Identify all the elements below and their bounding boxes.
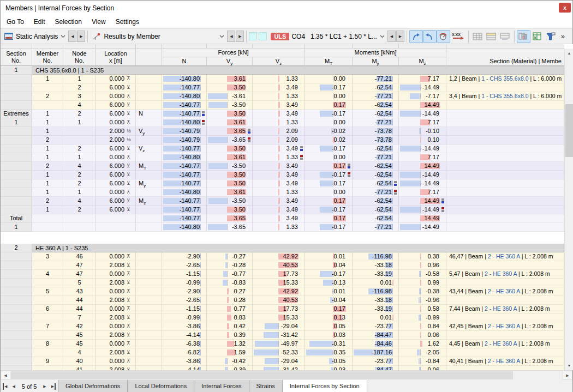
- tab-local-deformations[interactable]: Local Deformations: [127, 380, 194, 392]
- first-table-button[interactable]: ◀: [3, 383, 9, 390]
- scroll-up-icon[interactable]: ▲: [565, 49, 573, 58]
- value-text: -3.86: [162, 357, 206, 365]
- relative-to-system-button[interactable]: [423, 30, 437, 43]
- tab-global-deformations[interactable]: Global Deformations: [58, 380, 128, 392]
- table-row[interactable]: 72.008⊻-0.990.8315.330.130.01-0.99: [1, 313, 564, 322]
- filter-button[interactable]: [544, 30, 558, 43]
- column-header-node[interactable]: NodeNo.: [63, 49, 96, 65]
- horizontal-scroll-thumb[interactable]: [11, 371, 513, 379]
- row-gutter-label: [1, 305, 32, 313]
- table-row[interactable]: 110.000⊼-140.803.611.330.00-77.217.17: [1, 188, 564, 197]
- analysis-prev-button[interactable]: ◀: [68, 31, 76, 42]
- column-header-my[interactable]: My: [353, 57, 399, 66]
- table-row[interactable]: 126.000⊻-140.773.503.49-0.17-62.54-14.49: [1, 206, 564, 214]
- vertical-scroll-thumb[interactable]: [565, 104, 573, 157]
- table-row[interactable]: 6440.000⊼-1.150.7717.730.17-33.190.587,4…: [1, 305, 564, 313]
- table-row[interactable]: 46.000⊻-140.77-3.503.490.17-62.5414.49: [1, 101, 564, 110]
- toolbar-overflow-button[interactable]: »: [561, 32, 565, 40]
- show-diagrams-button[interactable]: [517, 30, 530, 43]
- table-row[interactable]: 246.000⊻MT-140.77-3.503.490.17-62.5414.4…: [1, 162, 564, 171]
- decimal-places-icon: X.XX: [452, 32, 464, 40]
- table-row[interactable]: 1110.000⊼-140.803.611.330.00-77.217.17: [1, 118, 564, 127]
- results-combo[interactable]: I Results by Member: [90, 30, 226, 43]
- table-row[interactable]: 12.000⅓Vy-140.793.652.09-0.02-73.78-0.10: [1, 127, 564, 136]
- column-header-location[interactable]: Locationx [m]: [96, 49, 136, 65]
- export-excel-button[interactable]: X: [530, 30, 544, 43]
- table-row[interactable]: 7420.000⊼-3.860.42-29.040.05-23.770.8442…: [1, 322, 564, 331]
- value-cell-mt: 0.01: [305, 252, 353, 261]
- menu-item-view[interactable]: View: [87, 16, 111, 27]
- table-row[interactable]: 126.000⊻My-140.773.503.49-0.17-62.54-14.…: [1, 179, 564, 188]
- value-cell-vy: -0.83: [207, 279, 253, 287]
- value-text: 0.58: [399, 305, 446, 313]
- next-table-button[interactable]: ▶: [41, 383, 47, 390]
- column-header-section[interactable]: SectionNo.: [1, 49, 32, 65]
- table-row[interactable]: 442.008⊻-2.650.2840.53-0.04-33.18-0.96: [1, 296, 564, 305]
- analysis-next-button[interactable]: ▶: [77, 31, 85, 42]
- menu-item-selection[interactable]: Selection: [50, 16, 87, 27]
- horizontal-scrollbar[interactable]: ◀ ▶: [1, 370, 572, 380]
- scroll-right-icon[interactable]: ▶: [563, 371, 572, 380]
- menu-item-edit[interactable]: Edit: [29, 16, 50, 27]
- analysis-combo[interactable]: Static Analysis: [2, 30, 68, 43]
- column-header-vz[interactable]: Vz: [253, 57, 305, 66]
- table-row[interactable]: 412.008⊻-4.14-0.39-31.42-0.03-84.47-0.06: [1, 366, 564, 370]
- legend-color-swatch[interactable]: [249, 32, 257, 40]
- table-row[interactable]: 472.008⊻-2.65-0.2840.530.04-33.180.96: [1, 261, 564, 270]
- close-button[interactable]: x: [559, 3, 571, 13]
- table-row[interactable]: 9400.000⊼-3.86-0.42-29.04-0.05-23.77-0.8…: [1, 357, 564, 366]
- row-gutter-label: 1: [1, 118, 32, 127]
- column-header-n[interactable]: N: [162, 57, 207, 66]
- tab-strains[interactable]: Strains: [249, 380, 283, 392]
- table-row[interactable]: 22.000⅓-140.79-3.652.090.02-73.780.10: [1, 136, 564, 144]
- scroll-left-icon[interactable]: ◀: [1, 371, 10, 380]
- tab-internal-forces-by-section[interactable]: Internal Forces by Section: [282, 379, 367, 392]
- table-settings-button[interactable]: [471, 30, 485, 43]
- results-next-button[interactable]: ▶: [236, 31, 244, 42]
- relative-to-member-button[interactable]: [409, 30, 423, 43]
- table-row[interactable]: 230.000⊼-140.80-3.611.330.00-77.21-7.173…: [1, 92, 564, 101]
- value-cell-vz: 2.09: [253, 127, 305, 136]
- table-row[interactable]: Extremes126.000⊻N-140.773.503.49-0.17-62…: [1, 110, 564, 118]
- last-table-button[interactable]: ▶: [50, 383, 56, 390]
- column-header-description[interactable]: Section (Material) | Membe: [446, 49, 564, 65]
- column-header-vy[interactable]: Vy: [207, 57, 253, 66]
- table-row[interactable]: 8450.000⊼-6.381.32-49.97-0.31-84.461.624…: [1, 340, 564, 348]
- table-row[interactable]: 5430.000⊼-2.900.2742.92-0.01-116.98-0.38…: [1, 287, 564, 296]
- table-row[interactable]: 110.000⊼-140.803.611.330.00-77.217.171,2…: [1, 75, 564, 83]
- table-row[interactable]: Total-140.773.653.490.17-62.5414.49: [1, 214, 564, 223]
- legend-color-swatch[interactable]: [259, 32, 267, 40]
- table-row[interactable]: 452.008⊻-4.140.39-31.420.03-84.470.06: [1, 331, 564, 340]
- table-row[interactable]: 42.008⊻-6.821.59-52.33-0.35-187.16-2.05: [1, 348, 564, 357]
- table-row[interactable]: 3460.000⊼-2.90-0.2742.920.01-116.980.384…: [1, 252, 564, 261]
- menu-item-settings[interactable]: Settings: [111, 16, 144, 27]
- table-row[interactable]: 4470.000⊼-1.15-0.7717.73-0.17-33.19-0.58…: [1, 270, 564, 279]
- table-row[interactable]: 1-140.80-3.651.33-0.17-77.21-14.49: [1, 223, 564, 232]
- load-next-button[interactable]: ▶: [396, 31, 404, 42]
- table-row[interactable]: 26.000⊻-140.773.503.49-0.17-62.54-14.49: [1, 83, 564, 92]
- menu-item-go-to[interactable]: Go To: [2, 16, 29, 27]
- table-export-rows-button[interactable]: [498, 30, 512, 43]
- tab-internal-forces[interactable]: Internal Forces: [194, 380, 249, 392]
- node-no-cell: 3: [63, 92, 96, 101]
- results-prev-button[interactable]: ◀: [227, 31, 235, 42]
- load-prev-button[interactable]: ◀: [387, 31, 396, 42]
- table-row[interactable]: 126.000⊻Vz-140.773.503.49-0.17-62.54-14.…: [1, 144, 564, 153]
- result-diagram-button[interactable]: [437, 30, 450, 43]
- value-cell-n: -140.77: [162, 206, 207, 214]
- vertical-scrollbar[interactable]: ▲ ▼: [564, 49, 573, 370]
- table-row[interactable]: 126.000⊻-140.773.503.49-0.17-62.54-14.49: [1, 171, 564, 179]
- section-group-row[interactable]: 1CHS 355.6x8.0 | 1 - S235: [1, 66, 564, 75]
- table-row[interactable]: 246.000⊻Mz-140.77-3.503.490.17-62.5414.4…: [1, 197, 564, 206]
- previous-table-button[interactable]: ◀: [10, 383, 16, 390]
- table-row[interactable]: 110.000⊼-140.803.611.330.00-77.217.17: [1, 153, 564, 162]
- decimal-places-button[interactable]: X.XX: [450, 30, 466, 43]
- column-header-member[interactable]: MemberNo.: [32, 49, 63, 65]
- column-header-mt[interactable]: MT: [305, 57, 353, 66]
- column-header-mz[interactable]: Mz: [399, 57, 446, 66]
- section-group-row[interactable]: 2HE 360 A | 1 - S235: [1, 244, 564, 252]
- load-combo[interactable]: 1.35 * LC1 + 1.50 * L...: [308, 30, 387, 43]
- scroll-down-icon[interactable]: ▼: [565, 361, 573, 370]
- table-row[interactable]: 52.008⊻-0.99-0.8315.33-0.130.010.99: [1, 279, 564, 287]
- table-filter-rows-button[interactable]: [485, 30, 498, 43]
